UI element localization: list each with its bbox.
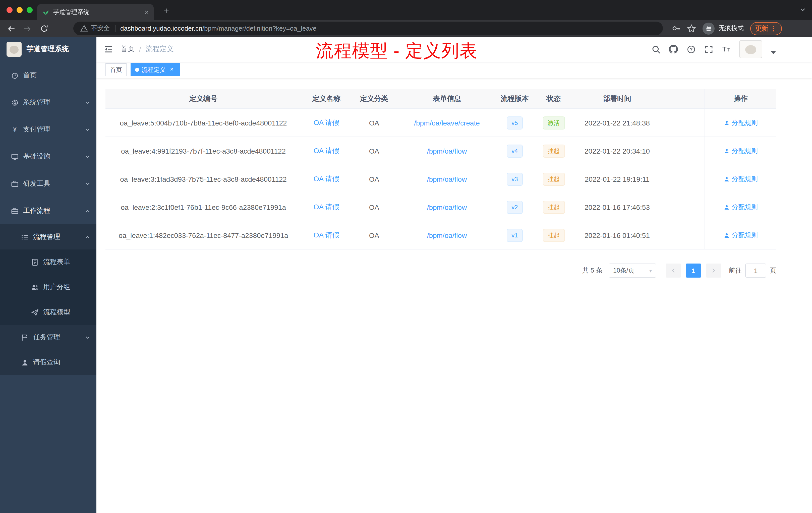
search-icon[interactable] (651, 45, 660, 54)
tag-2[interactable]: 流程定义 × (130, 63, 180, 76)
sidebar-item-4[interactable]: 基础设施 (0, 143, 96, 170)
sidebar-item-7[interactable]: 流程管理 (0, 224, 96, 249)
forward-button[interactable] (20, 22, 34, 36)
sidebar-logo[interactable]: 芋道管理系统 (0, 37, 96, 62)
user-avatar[interactable] (739, 40, 762, 58)
breadcrumb-separator: / (139, 45, 141, 53)
bookmark-star-icon[interactable] (687, 24, 696, 33)
minimize-window-button[interactable] (17, 7, 23, 13)
page-size-select[interactable]: 10条/页 ▾ (609, 264, 656, 278)
back-button[interactable] (4, 22, 18, 36)
definition-name-link[interactable]: OA 请假 (314, 146, 340, 155)
cell-form-info: /bpm/oa/flow (397, 165, 497, 193)
assign-rule-link[interactable]: 分配规则 (724, 175, 758, 183)
page-number-button[interactable]: 1 (686, 264, 701, 278)
column-header-5: 流程版本 (497, 89, 532, 109)
cell-version: v2 (497, 193, 532, 221)
sidebar-item-1[interactable]: 首页 (0, 62, 96, 89)
fullscreen-icon[interactable] (704, 45, 713, 54)
toolbar-right-cluster: 无痕模式 更新 ⋮ (672, 20, 782, 37)
breadcrumb-home[interactable]: 首页 (120, 45, 135, 54)
github-icon[interactable] (669, 45, 678, 54)
cell-definition-id: oa_leave:4:991f2193-7b7f-11ec-a3c8-acde4… (106, 137, 301, 164)
new-tab-button[interactable]: + (160, 4, 173, 18)
address-bar[interactable]: 不安全 dashboard.yudao.iocoder.cn/bpm/manag… (73, 22, 663, 35)
table-row: oa_leave:5:004b710b-7b8a-11ec-8ef0-acde4… (106, 109, 776, 137)
chrome-update-button[interactable]: 更新 ⋮ (750, 22, 782, 35)
breadcrumb-current: 流程定义 (146, 45, 174, 54)
form-info-link[interactable]: /bpm/oa/flow (427, 203, 467, 211)
security-label[interactable]: 不安全 (91, 24, 110, 33)
sidebar-item-9[interactable]: 用户分组 (0, 275, 96, 300)
assign-rule-link[interactable]: 分配规则 (724, 146, 758, 155)
status-badge: 挂起 (543, 173, 565, 185)
form-info-link[interactable]: /bpm/oa/flow (427, 231, 467, 239)
close-window-button[interactable] (6, 7, 12, 13)
definition-name-link[interactable]: OA 请假 (314, 175, 340, 183)
goto-page-input[interactable] (745, 264, 766, 278)
reload-button[interactable] (37, 22, 51, 36)
password-key-icon[interactable] (672, 24, 680, 33)
form-info-link[interactable]: /bpm/oa/flow (427, 175, 467, 183)
definition-name-link[interactable]: OA 请假 (314, 118, 340, 127)
cell-filler (659, 137, 704, 164)
sidebar-item-10[interactable]: 流程模型 (0, 300, 96, 325)
browser-tab[interactable]: 芋道管理系统 × (37, 4, 154, 20)
cell-category: OA (351, 109, 397, 137)
sidebar-item-label: 用户分组 (43, 282, 90, 292)
sidebar-fold-icon[interactable] (96, 37, 120, 62)
tab-close-icon[interactable]: × (145, 8, 149, 16)
sidebar-item-label: 请假查询 (33, 358, 90, 367)
main-area: 首页 / 流程定义 流程模型 - 定义列表 首页 × 流 (96, 37, 812, 513)
cell-operation: 分配规则 (704, 193, 776, 221)
sidebar-item-label: 研发工具 (23, 179, 85, 188)
sidebar-item-label: 流程模型 (43, 308, 90, 317)
assign-rule-link[interactable]: 分配规则 (724, 118, 758, 127)
font-size-icon[interactable] (722, 45, 731, 54)
sidebar-item-5[interactable]: 研发工具 (0, 170, 96, 197)
version-badge: v3 (506, 173, 523, 185)
cell-form-info: /bpm/oa/leave/create (397, 109, 497, 137)
prev-page-button[interactable] (666, 264, 681, 278)
table-row: oa_leave:1:482ec033-762a-11ec-8477-a2380… (106, 221, 776, 249)
pagination-bar: 共 5 条 10条/页 ▾ 1 前往 页 (106, 264, 776, 278)
avatar-dropdown-caret-icon[interactable] (771, 51, 776, 54)
page-annotation-title: 流程模型 - 定义列表 (271, 39, 522, 63)
sidebar-item-11[interactable]: 任务管理 (0, 325, 96, 350)
sidebar-item-label: 工作流程 (23, 206, 85, 215)
form-info-link[interactable]: /bpm/oa/flow (427, 147, 467, 155)
next-page-button[interactable] (706, 264, 721, 278)
sidebar-item-label: 首页 (23, 71, 90, 80)
definition-name-link[interactable]: OA 请假 (314, 231, 340, 240)
cell-category: OA (351, 137, 397, 164)
sidebar-item-label: 流程表单 (43, 258, 90, 267)
sidebar-item-6[interactable]: 工作流程 (0, 197, 96, 224)
page-content: 定义编号定义名称定义分类表单信息流程版本状态部署时间操作oa_leave:5:0… (96, 78, 812, 278)
help-question-icon[interactable] (687, 45, 696, 54)
form-info-link[interactable]: /bpm/oa/leave/create (414, 119, 480, 127)
table-header-row: 定义编号定义名称定义分类表单信息流程版本状态部署时间操作 (106, 89, 776, 109)
cell-version: v3 (497, 165, 532, 193)
cell-status: 挂起 (532, 193, 575, 221)
definition-name-link[interactable]: OA 请假 (314, 203, 340, 212)
assign-rule-label: 分配规则 (732, 231, 758, 240)
table-row: oa_leave:3:1fad3d93-7b75-11ec-a3c8-acde4… (106, 165, 776, 193)
sidebar-item-3[interactable]: 支付管理 (0, 116, 96, 143)
cell-version: v1 (497, 221, 532, 249)
tab-search-chevron-icon[interactable] (800, 6, 806, 13)
version-badge: v1 (506, 229, 523, 242)
cell-operation: 分配规则 (704, 137, 776, 164)
zoom-window-button[interactable] (27, 7, 33, 13)
assign-rule-link[interactable]: 分配规则 (724, 203, 758, 212)
tags-view: 首页 × 流程定义 × (96, 62, 812, 78)
tag-close-icon[interactable]: × (168, 66, 175, 73)
sidebar-item-2[interactable]: 系统管理 (0, 89, 96, 116)
tag-1[interactable]: 首页 × (106, 63, 126, 76)
cell-deploy-time: 2022-01-16 17:46:53 (575, 193, 659, 221)
assign-rule-link[interactable]: 分配规则 (724, 231, 758, 240)
sidebar-item-8[interactable]: 流程表单 (0, 249, 96, 275)
sidebar-item-12[interactable]: 请假查询 (0, 350, 96, 375)
sidebar-item-label: 系统管理 (23, 98, 85, 107)
browser-menu-kebab-icon[interactable]: ⋮ (770, 24, 777, 32)
pagination-total: 共 5 条 (582, 266, 603, 275)
